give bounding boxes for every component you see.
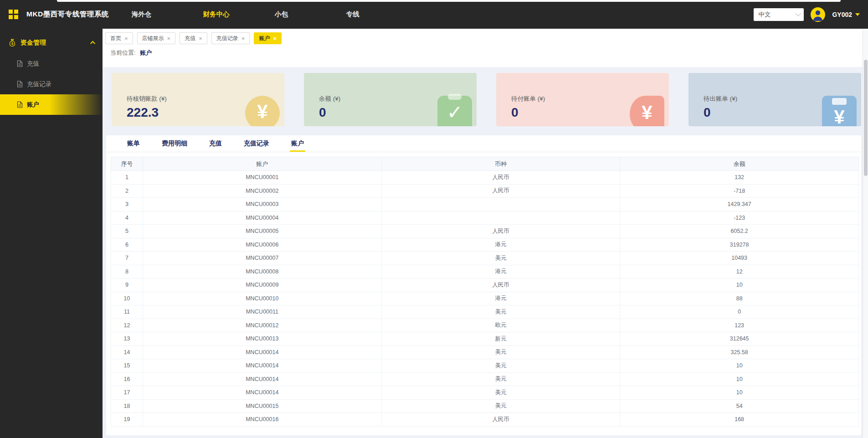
cell-account: MNCU00004 (143, 211, 382, 225)
nav-menu-item[interactable]: 海外仓 (132, 10, 203, 19)
tab-chip-label: 充值记录 (216, 35, 238, 42)
close-icon[interactable]: × (199, 36, 202, 41)
cell-currency: 人民币 (381, 278, 620, 292)
top-navbar: MKD墨西哥专线管理系统 海外仓 财务中心 小包 专线 中文 GY002 (0, 0, 868, 29)
cell-account: MNCU00009 (143, 278, 382, 292)
tab-chip-label: 首页 (110, 35, 121, 42)
table-row: 7 MNCU00007 美元 10493 (111, 252, 859, 265)
top-edge-highlight (57, 0, 841, 2)
tab-chip-label: 账户 (259, 35, 270, 42)
cell-currency (381, 198, 620, 211)
apps-grid-icon[interactable] (8, 9, 19, 20)
tab-chip[interactable]: 店铺展示 × (137, 32, 176, 44)
cell-balance: -123 (620, 211, 859, 225)
tab-chip-label: 充值 (185, 35, 195, 42)
sidebar-item[interactable]: 充值记录 (0, 74, 103, 94)
nav-menu-item[interactable]: 财务中心 (203, 10, 275, 19)
sidebar-item[interactable]: 充值 (0, 53, 103, 74)
accounts-panel: 账单 费用明细 充值 充值记录 账户 序号 账户 币种 余额 1 (106, 135, 861, 435)
scrollbar-track[interactable] (863, 29, 868, 438)
breadcrumb-prefix: 当前位置: (110, 49, 136, 56)
sidebar-item[interactable]: 账户 (0, 94, 103, 115)
table-row: 16 MNCU00014 美元 10 (111, 372, 859, 386)
cell-account: MNCU00003 (143, 198, 382, 211)
sidebar-item-label: 账户 (27, 101, 39, 109)
cell-currency: 美元 (381, 305, 620, 319)
tab-chip[interactable]: 充值记录 × (211, 32, 250, 44)
language-value: 中文 (758, 10, 770, 19)
cell-index: 5 (111, 225, 143, 238)
language-select[interactable]: 中文 (754, 8, 804, 21)
cell-index: 1 (111, 171, 143, 185)
user-icon (811, 7, 825, 22)
tab-chip[interactable]: 账户 × (254, 32, 282, 44)
breadcrumb-current[interactable]: 账户 (140, 49, 152, 56)
cell-currency: 美元 (381, 359, 620, 373)
main-nav: 海外仓 财务中心 小包 专线 (132, 10, 418, 19)
close-icon[interactable]: × (273, 36, 277, 41)
cell-currency: 美元 (381, 399, 620, 413)
cell-account: MNCU00006 (143, 238, 382, 252)
tab-chip[interactable]: 充值 × (180, 32, 207, 44)
close-icon[interactable]: × (167, 36, 171, 41)
user-menu[interactable]: GY002 (832, 11, 860, 18)
table-row: 4 MNCU00004 -123 (111, 211, 859, 225)
avatar[interactable] (811, 7, 825, 22)
cell-index: 17 (111, 386, 143, 400)
yen-card-icon (822, 96, 857, 126)
cell-account: MNCU00013 (143, 332, 382, 346)
check-clipboard-icon (437, 96, 472, 126)
document-icon (17, 60, 23, 67)
cell-account: MNCU00014 (143, 386, 382, 400)
navbar-right: 中文 GY002 (754, 7, 860, 22)
yen-wallet-icon (630, 96, 664, 126)
cell-account: MNCU00014 (143, 372, 382, 386)
table-row: 13 MNCU00013 新元 312645 (111, 332, 859, 346)
cell-balance: 168 (620, 413, 859, 427)
col-header-currency: 币种 (381, 157, 620, 171)
table-row: 15 MNCU00014 美元 10 (111, 359, 859, 373)
panel-tab-label: 充值 (209, 139, 222, 147)
cell-index: 16 (111, 372, 143, 386)
caret-down-icon (855, 13, 860, 16)
sidebar-group-label: 资金管理 (21, 39, 92, 47)
cell-index: 13 (111, 332, 143, 346)
col-header-account: 账户 (143, 157, 382, 171)
sidebar: $ 资金管理 充值 充值记录 (0, 29, 103, 438)
nav-menu-item[interactable]: 专线 (346, 10, 418, 19)
sidebar-item-label: 充值 (27, 60, 39, 68)
cell-balance: 6052.2 (620, 225, 859, 238)
cell-balance: -718 (620, 184, 859, 198)
close-icon[interactable]: × (241, 36, 245, 41)
cell-account: MNCU00014 (143, 359, 382, 373)
cell-currency: 美元 (381, 345, 620, 359)
sidebar-group-funds[interactable]: $ 资金管理 (0, 32, 103, 53)
cell-currency: 人民币 (381, 171, 620, 185)
panel-tab[interactable]: 充值记录 (242, 135, 271, 152)
nav-menu-item-label: 海外仓 (132, 10, 152, 18)
panel-tab[interactable]: 充值 (208, 135, 223, 152)
close-icon[interactable]: × (124, 36, 128, 41)
panel-tab[interactable]: 账户 (290, 135, 305, 152)
nav-menu-item[interactable]: 小包 (275, 10, 346, 19)
cell-account: MNCU00002 (143, 184, 382, 198)
table-row: 2 MNCU00002 人民币 -718 (111, 184, 859, 198)
tab-chip[interactable]: 首页 × (105, 32, 133, 44)
nav-menu-item-label: 小包 (275, 10, 288, 18)
cell-index: 14 (111, 345, 143, 359)
cell-account: MNCU00015 (143, 399, 382, 413)
cell-balance: 319278 (620, 238, 859, 252)
cell-index: 15 (111, 359, 143, 373)
table-row: 10 MNCU00010 港元 88 (111, 292, 859, 305)
stat-card: 待付账单 (¥) 0 (496, 73, 669, 126)
cell-account: MNCU00011 (143, 305, 382, 319)
panel-tab-label: 账单 (127, 139, 140, 147)
panel-tab[interactable]: 费用明细 (160, 135, 189, 152)
panel-tab[interactable]: 账单 (126, 135, 141, 152)
table-header-row: 序号 账户 币种 余额 (111, 157, 859, 171)
cell-index: 19 (111, 413, 143, 427)
table-row: 14 MNCU00014 美元 325.58 (111, 345, 859, 359)
scrollbar-thumb[interactable] (864, 60, 868, 176)
cell-currency: 港元 (381, 265, 620, 278)
cell-account: MNCU00010 (143, 292, 382, 305)
